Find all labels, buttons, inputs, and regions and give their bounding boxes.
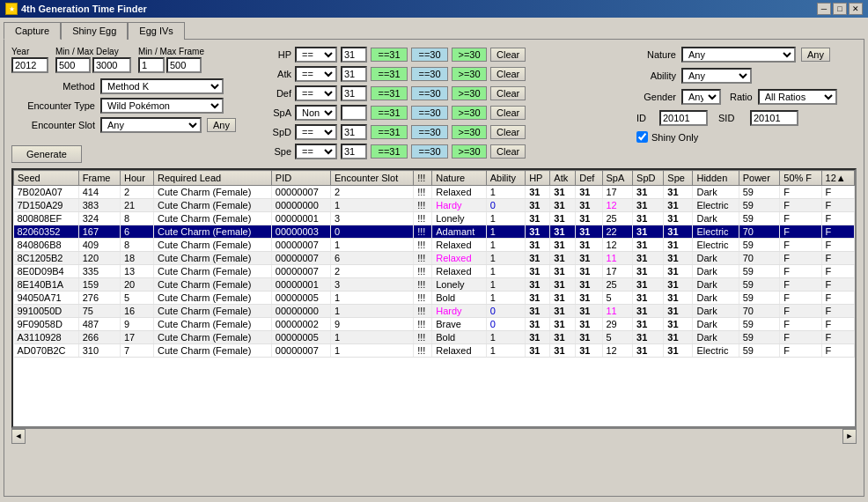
horizontal-scrollbar[interactable]: ◄ ►	[11, 428, 857, 443]
scroll-track[interactable]	[26, 429, 842, 444]
spd-gte30-button[interactable]: >=30	[452, 125, 487, 139]
spa-eq31-button[interactable]: ==31	[371, 106, 408, 120]
encounter-slot-any-button[interactable]: Any	[207, 118, 236, 132]
table-row[interactable]: 840806B8 409 8 Cute Charm (Female) 00000…	[14, 239, 855, 252]
spa-eq30-button[interactable]: ==30	[411, 106, 448, 120]
max-delay-input[interactable]: 3000	[92, 57, 131, 73]
spd-value-input[interactable]	[341, 124, 367, 140]
table-row[interactable]: A3110928 266 17 Cute Charm (Female) 0000…	[14, 331, 855, 344]
nature-any-button[interactable]: Any	[801, 48, 830, 62]
cell-spe: 31	[664, 239, 693, 252]
table-row[interactable]: AD070B2C 310 7 Cute Charm (Female) 00000…	[14, 344, 855, 358]
cell-spa: 17	[602, 186, 633, 199]
def-iv-row: Def == ==31 ==30 >=30 Clear	[267, 85, 628, 101]
generate-button[interactable]: Generate	[11, 145, 82, 163]
sid-input[interactable]: 20101	[750, 110, 798, 126]
cell-power: 59	[739, 239, 780, 252]
atk-eq31-button[interactable]: ==31	[371, 67, 408, 81]
minimize-button[interactable]: ─	[817, 3, 831, 15]
generate-section: Generate	[11, 140, 258, 163]
table-row[interactable]: 7B020A07 414 2 Cute Charm (Female) 00000…	[14, 186, 855, 199]
id-input[interactable]: 20101	[659, 110, 708, 126]
ability-select[interactable]: Any	[681, 68, 752, 84]
atk-gte30-button[interactable]: >=30	[452, 67, 487, 81]
spe-eq30-button[interactable]: ==30	[411, 144, 448, 159]
tab-egg-ivs[interactable]: Egg IVs	[128, 22, 185, 40]
atk-clear-button[interactable]: Clear	[490, 67, 526, 81]
hp-eq30-button[interactable]: ==30	[411, 48, 448, 62]
def-op-select[interactable]: ==	[295, 85, 337, 101]
table-row[interactable]: 82060352 167 6 Cute Charm (Female) 00000…	[14, 225, 855, 239]
scroll-left-button[interactable]: ◄	[11, 429, 26, 444]
atk-op-select[interactable]: ==	[295, 66, 337, 82]
table-row[interactable]: 9910050D 75 16 Cute Charm (Female) 00000…	[14, 305, 855, 318]
table-row[interactable]: 94050A71 276 5 Cute Charm (Female) 00000…	[14, 292, 855, 305]
method-select[interactable]: Method K	[100, 78, 224, 94]
encounter-type-select[interactable]: Wild Pokémon	[100, 98, 224, 114]
results-table-container[interactable]: Seed Frame Hour Required Lead PID Encoun…	[11, 168, 857, 428]
cell-lead: Cute Charm (Female)	[154, 344, 272, 358]
hp-value-input[interactable]	[341, 47, 367, 63]
cell-frame: 159	[78, 278, 120, 292]
spa-clear-button[interactable]: Clear	[490, 106, 526, 120]
spa-gte30-button[interactable]: >=30	[452, 106, 487, 120]
cell-slot: 2	[331, 186, 414, 199]
def-clear-button[interactable]: Clear	[490, 86, 526, 100]
spd-op-select[interactable]: ==	[295, 124, 337, 140]
year-delay-frame-section: Year 2012 Min / Max Delay 500 3000 Min /…	[11, 47, 258, 73]
ability-label: Ability	[636, 70, 676, 81]
spe-op-select[interactable]: ==	[295, 144, 337, 159]
def-eq30-button[interactable]: ==30	[411, 86, 448, 100]
table-row[interactable]: 8C1205B2 120 18 Cute Charm (Female) 0000…	[14, 252, 855, 265]
hp-op-select[interactable]: ==	[295, 47, 337, 63]
table-row[interactable]: 7D150A29 383 21 Cute Charm (Female) 0000…	[14, 199, 855, 212]
shiny-only-label: Shiny Only	[651, 132, 698, 143]
max-frame-input[interactable]: 500	[166, 57, 202, 73]
maximize-button[interactable]: □	[833, 3, 847, 15]
encounter-slot-select[interactable]: Any	[100, 117, 202, 133]
min-delay-input[interactable]: 500	[55, 57, 91, 73]
atk-value-input[interactable]	[341, 66, 367, 82]
shiny-only-checkbox[interactable]	[636, 131, 648, 143]
cell-nature: Relaxed	[432, 344, 487, 358]
table-row[interactable]: 800808EF 324 8 Cute Charm (Female) 00000…	[14, 212, 855, 225]
tab-capture[interactable]: Capture	[4, 22, 61, 40]
spd-eq30-button[interactable]: ==30	[411, 125, 448, 139]
spe-gte30-button[interactable]: >=30	[452, 144, 487, 159]
hp-gte30-button[interactable]: >=30	[452, 48, 487, 62]
table-row[interactable]: 9F09058D 487 9 Cute Charm (Female) 00000…	[14, 318, 855, 331]
close-button[interactable]: ✕	[849, 3, 863, 15]
def-eq31-button[interactable]: ==31	[371, 86, 408, 100]
ratio-select[interactable]: All Ratios	[758, 89, 837, 105]
cell-hour: 21	[120, 199, 153, 212]
spe-clear-button[interactable]: Clear	[490, 144, 526, 159]
spd-clear-button[interactable]: Clear	[490, 125, 526, 139]
gender-select[interactable]: Any	[681, 89, 721, 105]
table-body: 7B020A07 414 2 Cute Charm (Female) 00000…	[14, 186, 855, 358]
def-value-input[interactable]	[341, 85, 367, 101]
spd-eq31-button[interactable]: ==31	[371, 125, 408, 139]
cell-spe: 31	[664, 331, 693, 344]
table-row[interactable]: 8E140B1A 159 20 Cute Charm (Female) 0000…	[14, 278, 855, 292]
spa-value-input[interactable]	[341, 105, 367, 121]
table-row[interactable]: 8E0D09B4 335 13 Cute Charm (Female) 0000…	[14, 265, 855, 278]
year-input[interactable]: 2012	[11, 57, 48, 73]
cell-seed: 8C1205B2	[14, 252, 79, 265]
nature-select[interactable]: Any	[681, 47, 796, 63]
cell-spa: 5	[602, 331, 633, 344]
spa-op-select[interactable]: None	[295, 105, 337, 121]
cell-spa: 29	[602, 318, 633, 331]
scroll-right-button[interactable]: ►	[842, 429, 857, 444]
cell-hp: 31	[526, 186, 550, 199]
hp-clear-button[interactable]: Clear	[490, 48, 526, 62]
min-frame-input[interactable]: 1	[138, 57, 165, 73]
cell-12: F	[821, 292, 854, 305]
spe-value-input[interactable]	[341, 144, 367, 159]
def-gte30-button[interactable]: >=30	[452, 86, 487, 100]
hp-eq31-button[interactable]: ==31	[371, 48, 408, 62]
atk-eq30-button[interactable]: ==30	[411, 67, 448, 81]
tab-shiny-egg[interactable]: Shiny Egg	[61, 22, 128, 40]
cell-def: 31	[576, 225, 602, 239]
col-spd: SpD	[633, 171, 664, 186]
spe-eq31-button[interactable]: ==31	[371, 144, 408, 159]
